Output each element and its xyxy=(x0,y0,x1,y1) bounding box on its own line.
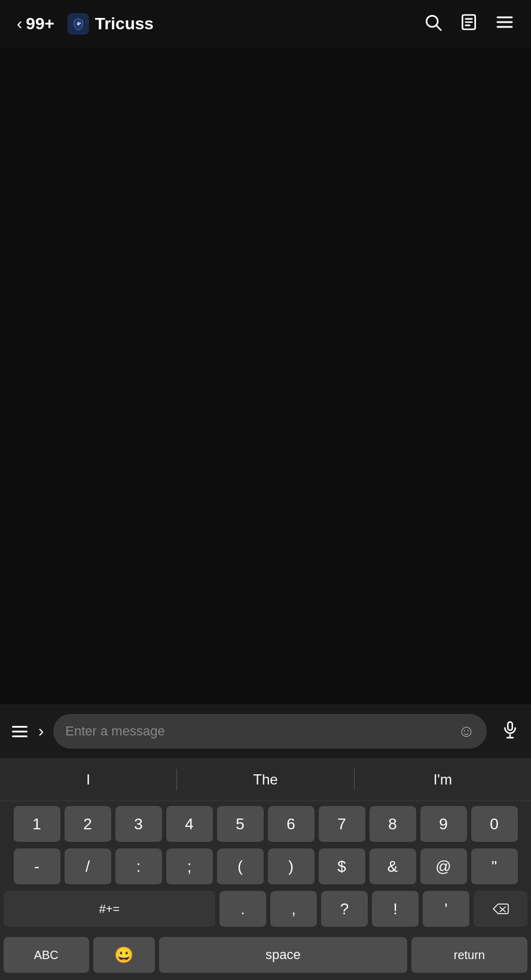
keyboard: 1 2 3 4 5 6 7 8 9 0 - / : ; ( ) $ & @ " … xyxy=(0,801,531,933)
key-closeparen[interactable]: ) xyxy=(268,848,315,886)
back-count: 99+ xyxy=(26,14,54,33)
key-7[interactable]: 7 xyxy=(319,806,365,843)
key-5[interactable]: 5 xyxy=(217,806,264,843)
key-1[interactable]: 1 xyxy=(14,806,60,843)
channel-name: Tricuss xyxy=(95,14,154,33)
key-period[interactable]: . xyxy=(219,891,266,928)
symbols-row: - / : ; ( ) $ & @ " xyxy=(4,848,527,886)
header-left: ‹ 99+ Tricuss xyxy=(17,13,154,35)
key-0[interactable]: 0 xyxy=(471,806,518,843)
autocomplete-bar: I The I'm xyxy=(0,758,531,801)
chat-area xyxy=(0,48,531,704)
key-dash[interactable]: - xyxy=(14,848,60,886)
return-key[interactable]: return xyxy=(411,937,527,974)
key-ampersand[interactable]: & xyxy=(370,848,416,886)
svg-point-0 xyxy=(77,22,79,24)
notes-icon[interactable] xyxy=(459,13,478,36)
number-row: 1 2 3 4 5 6 7 8 9 0 xyxy=(4,806,527,843)
key-8[interactable]: 8 xyxy=(370,806,416,843)
key-semicolon[interactable]: ; xyxy=(166,848,213,886)
key-quote[interactable]: " xyxy=(471,848,518,886)
back-chevron-icon: ‹ xyxy=(17,14,22,33)
input-bar: › ☺ xyxy=(0,704,531,758)
keyboard-bottom-row: ABC 😀 space return xyxy=(0,933,531,980)
message-input[interactable] xyxy=(65,723,451,739)
search-icon[interactable] xyxy=(423,13,443,36)
key-openparen[interactable]: ( xyxy=(217,848,264,886)
key-at[interactable]: @ xyxy=(420,848,467,886)
delete-key[interactable] xyxy=(474,891,527,928)
key-4[interactable]: 4 xyxy=(166,806,213,843)
key-hashplus[interactable]: #+= xyxy=(4,891,215,928)
autocomplete-suggestion-2[interactable]: The xyxy=(177,758,353,801)
key-exclamation[interactable]: ! xyxy=(372,891,419,928)
compose-options-icon[interactable] xyxy=(12,726,28,737)
autocomplete-suggestion-1[interactable]: I xyxy=(0,758,176,801)
back-button[interactable]: ‹ 99+ xyxy=(17,14,54,33)
header: ‹ 99+ Tricuss xyxy=(0,0,531,48)
key-2[interactable]: 2 xyxy=(65,806,111,843)
key-question[interactable]: ? xyxy=(321,891,368,928)
key-comma[interactable]: , xyxy=(270,891,317,928)
space-key[interactable]: space xyxy=(159,937,407,974)
key-slash[interactable]: / xyxy=(65,848,111,886)
svg-line-2 xyxy=(437,26,441,30)
key-6[interactable]: 6 xyxy=(268,806,315,843)
key-3[interactable]: 3 xyxy=(115,806,162,843)
key-apostrophe[interactable]: ' xyxy=(423,891,469,928)
emoji-keyboard-key[interactable]: 😀 xyxy=(93,937,155,974)
svg-rect-10 xyxy=(508,722,512,730)
shield-badge-icon xyxy=(68,13,89,35)
key-9[interactable]: 9 xyxy=(420,806,467,843)
emoji-picker-icon[interactable]: ☺ xyxy=(457,722,475,741)
header-right xyxy=(423,13,514,36)
abc-key[interactable]: ABC xyxy=(4,937,89,974)
hamburger-menu-icon[interactable] xyxy=(495,13,514,36)
microphone-icon[interactable] xyxy=(501,721,519,743)
key-dollar[interactable]: $ xyxy=(319,848,365,886)
autocomplete-suggestion-3[interactable]: I'm xyxy=(355,758,531,801)
punctuation-row: #+= . , ? ! ' xyxy=(4,891,527,928)
channel-info: Tricuss xyxy=(68,13,154,35)
input-left-icons: › xyxy=(12,722,44,741)
expand-icon[interactable]: › xyxy=(38,722,44,741)
message-input-container: ☺ xyxy=(53,714,487,749)
key-colon[interactable]: : xyxy=(115,848,162,886)
